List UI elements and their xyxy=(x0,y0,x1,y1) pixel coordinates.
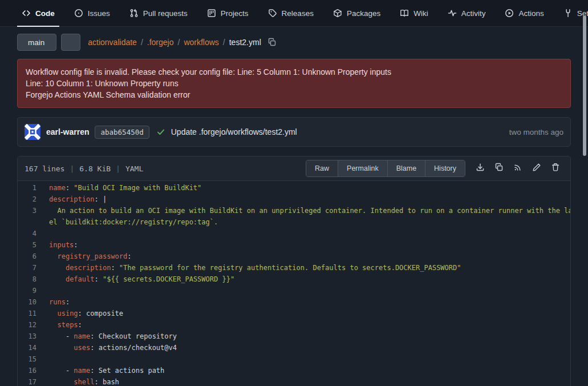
pencil-icon xyxy=(532,163,541,172)
tab-pull-requests[interactable]: Pull requests xyxy=(124,0,193,26)
code-line: 13 - name: Checkout repository xyxy=(18,331,570,342)
avatar[interactable] xyxy=(25,124,40,140)
line-number[interactable]: 16 xyxy=(18,365,37,376)
meta-separator: | xyxy=(70,164,74,173)
code-line: 3 An action to build an OCI image with B… xyxy=(18,205,570,216)
code-line: 4 xyxy=(18,228,570,239)
tab-label: Packages xyxy=(347,9,380,18)
breadcrumb-separator: / xyxy=(141,38,143,47)
code-view: 1name: "Build OCI Image with BuildKit"2d… xyxy=(18,181,570,386)
scrollbar[interactable] xyxy=(583,0,586,386)
rss-button[interactable] xyxy=(513,163,522,174)
download-button[interactable] xyxy=(476,163,485,174)
error-line: Workflow config file is invalid. Please … xyxy=(26,66,562,78)
tab-packages[interactable]: Packages xyxy=(327,0,386,26)
breadcrumb-link[interactable]: workflows xyxy=(184,38,218,47)
line-content xyxy=(37,353,49,365)
line-number[interactable]: 1 xyxy=(18,182,37,194)
line-number[interactable]: 17 xyxy=(18,376,37,386)
line-number[interactable]: 4 xyxy=(18,228,37,239)
copy-button[interactable] xyxy=(494,163,504,174)
commit-author[interactable]: earl-warren xyxy=(46,127,89,136)
line-content: description: | xyxy=(37,194,107,205)
code-line: 16 - name: Set actions path xyxy=(18,365,570,376)
tab-label: Code xyxy=(35,9,55,18)
tab-wiki[interactable]: Wiki xyxy=(394,0,434,26)
breadcrumb-separator: / xyxy=(177,38,180,47)
tab-code[interactable]: Code xyxy=(16,0,60,26)
line-content: el `buildkit:docker://registry/repo:tag`… xyxy=(37,216,218,228)
branch-selector-button[interactable]: main xyxy=(17,34,56,51)
line-number[interactable]: 7 xyxy=(18,262,37,274)
book-icon xyxy=(400,9,409,18)
code-line: 2description: | xyxy=(18,194,570,205)
code-line: 17 shell: bash xyxy=(18,376,570,386)
line-content: runs: xyxy=(37,296,70,308)
file-language: YAML xyxy=(125,164,143,173)
code-line: el `buildkit:docker://registry/repo:tag`… xyxy=(18,216,570,228)
code-line: 15 xyxy=(18,353,570,365)
workflow-error-banner: Workflow config file is invalid. Please … xyxy=(17,59,571,108)
raw-button[interactable]: Raw xyxy=(306,160,338,176)
line-number[interactable]: 9 xyxy=(18,285,37,296)
line-number[interactable]: 12 xyxy=(18,319,37,331)
history-button[interactable]: History xyxy=(425,160,465,176)
project-icon xyxy=(207,9,216,18)
line-content: registry_password: xyxy=(37,251,132,262)
package-icon xyxy=(333,9,342,18)
line-number[interactable]: 2 xyxy=(18,194,37,205)
scrollbar-thumb[interactable] xyxy=(583,15,586,156)
error-line: Line: 10 Column 1: Unknown Property runs xyxy=(26,78,562,89)
code-line: 5inputs: xyxy=(18,239,570,251)
file-action-buttons xyxy=(476,163,560,174)
play-icon xyxy=(505,9,514,18)
line-number[interactable]: 8 xyxy=(18,274,37,285)
line-number[interactable]: 14 xyxy=(18,342,37,353)
line-number[interactable]: 13 xyxy=(18,331,37,342)
line-number[interactable]: 10 xyxy=(18,296,37,308)
breadcrumb-link[interactable]: actionvalidate xyxy=(88,38,137,47)
copy-path-icon[interactable] xyxy=(267,38,277,47)
commit-time: two months ago xyxy=(509,128,563,136)
blame-button[interactable]: Blame xyxy=(387,160,425,176)
commit-message[interactable]: Update .forgejo/workflows/test2.yml xyxy=(171,127,297,136)
pencil-button[interactable] xyxy=(532,163,541,174)
line-content: steps: xyxy=(37,319,82,331)
code-line: 12 steps: xyxy=(18,319,570,331)
tab-releases[interactable]: Releases xyxy=(262,0,319,26)
tab-issues[interactable]: Issues xyxy=(68,0,116,26)
tab-label: Activity xyxy=(461,9,486,18)
code-icon xyxy=(22,9,31,18)
line-number[interactable]: 6 xyxy=(18,251,37,262)
breadcrumb-separator: / xyxy=(223,38,225,47)
line-number[interactable]: 15 xyxy=(18,353,37,365)
file-view-box: 167 lines | 6.8 KiB | YAML RawPermalinkB… xyxy=(17,156,571,386)
line-content xyxy=(37,228,49,239)
tab-projects[interactable]: Projects xyxy=(201,0,254,26)
line-content: default: "${{ secrets.DOCKER_PASSWORD }}… xyxy=(37,274,234,285)
tab-activity[interactable]: Activity xyxy=(442,0,492,26)
issue-icon xyxy=(74,9,83,18)
tab-label: Pull requests xyxy=(143,9,188,18)
file-size: 6.8 KiB xyxy=(79,164,111,173)
code-line: 10runs: xyxy=(18,296,570,308)
code-line: 7 description: "The password for the reg… xyxy=(18,262,570,274)
line-number[interactable]: 11 xyxy=(18,308,37,319)
tab-actions[interactable]: Actions xyxy=(499,0,549,26)
breadcrumb-current-file: test2.yml xyxy=(229,38,261,47)
commit-hash-badge[interactable]: abab65450d xyxy=(95,126,149,139)
pulse-icon xyxy=(448,9,457,18)
trash-button[interactable] xyxy=(551,163,560,174)
line-number[interactable]: 5 xyxy=(18,239,37,251)
line-number[interactable]: 3 xyxy=(18,205,37,216)
file-toolbar: main actionvalidate/.forgejo/workflows/t… xyxy=(17,34,571,51)
line-number[interactable] xyxy=(18,216,37,228)
compare-button[interactable] xyxy=(61,34,80,51)
breadcrumb-link[interactable]: .forgejo xyxy=(147,38,174,47)
permalink-button[interactable]: Permalink xyxy=(338,160,387,176)
meta-separator: | xyxy=(116,164,120,173)
repo-tabs: CodeIssuesPull requestsProjectsReleasesP… xyxy=(16,0,558,26)
breadcrumb: actionvalidate/.forgejo/workflows/test2.… xyxy=(88,38,276,47)
commit-status-check-icon[interactable] xyxy=(156,127,165,136)
code-line: 1name: "Build OCI Image with BuildKit" xyxy=(18,182,570,194)
